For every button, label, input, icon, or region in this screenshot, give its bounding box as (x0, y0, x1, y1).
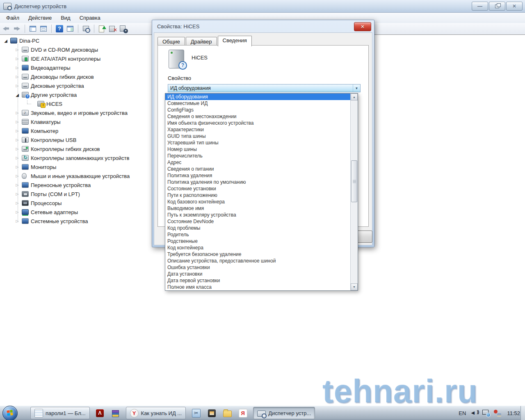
menu-item[interactable]: Файл (2, 13, 24, 23)
tree-item[interactable]: Системные устройства (0, 217, 152, 226)
update-driver-icon[interactable] (98, 24, 107, 33)
tree-item[interactable]: Контроллеры USB (0, 135, 152, 144)
tree-item[interactable]: Клавиатуры (0, 117, 152, 126)
tree-item[interactable]: Переносные устройства (0, 180, 152, 189)
tree-twisty-icon[interactable] (15, 48, 20, 52)
start-button[interactable] (2, 406, 18, 420)
taskbar-button[interactable] (95, 407, 105, 419)
tree-twisty-icon[interactable] (15, 57, 20, 61)
dropdown-option[interactable]: Пути к расположению (165, 192, 351, 199)
tree-item[interactable]: Контроллеры запоминающих устройств (0, 153, 152, 162)
taskbar-button[interactable]: Как узнать ИД ... (126, 407, 186, 419)
tree-twisty-icon[interactable] (15, 201, 20, 205)
minimize-button[interactable]: — (472, 2, 488, 11)
dropdown-option[interactable]: Состояние установки (165, 185, 351, 192)
dropdown-option[interactable]: Дата установки (165, 271, 351, 277)
dropdown-option[interactable]: Требуется безопасное удаление (165, 251, 351, 258)
dropdown-option[interactable]: Дата первой установки (165, 277, 351, 284)
tree-item[interactable]: Другие устройства (0, 90, 152, 99)
tree-twisty-icon[interactable] (15, 66, 20, 70)
action-pane-icon[interactable] (66, 24, 75, 33)
dropdown-option[interactable]: Адрес (165, 159, 351, 166)
taskbar-button[interactable] (222, 407, 233, 419)
dropdown-option[interactable]: GUID типа шины (165, 133, 351, 139)
dropdown-option[interactable]: Политика удаления по умолчанию (165, 179, 351, 185)
disable-device-icon[interactable] (119, 24, 128, 33)
dropdown-option[interactable]: Номер шины (165, 146, 351, 153)
tab[interactable]: Драйвер (186, 37, 217, 46)
dropdown-option[interactable]: Описание устройства, предоставленное шин… (165, 258, 351, 264)
tree-item[interactable]: Мониторы (0, 162, 152, 171)
toolbar-separator[interactable] (94, 25, 94, 33)
scroll-up-icon[interactable]: ▲ (351, 94, 358, 100)
dropdown-option[interactable]: Сведения о питании (165, 166, 351, 172)
tree-twisty-icon[interactable] (15, 192, 20, 196)
tree-twisty-icon[interactable] (15, 93, 20, 97)
tree-item[interactable]: IDE ATA/ATAPI контроллеры (0, 54, 152, 63)
dropdown-option[interactable]: Ошибка установки (165, 264, 351, 271)
scrollbar-thumb[interactable] (351, 160, 357, 202)
tree-twisty-icon[interactable] (15, 120, 20, 124)
taskbar-button[interactable] (110, 407, 121, 419)
help-icon[interactable] (55, 24, 64, 33)
tree-twisty-icon[interactable] (15, 138, 20, 142)
forward-icon[interactable] (12, 24, 21, 33)
language-indicator[interactable]: EN (459, 410, 466, 416)
dropdown-option[interactable]: Полное имя класса (165, 284, 351, 290)
dropdown-option[interactable]: Перечислитель (165, 153, 351, 159)
tree-item[interactable]: Звуковые, видео и игровые устройства (0, 108, 152, 117)
tree-twisty-icon[interactable] (15, 174, 20, 178)
clock[interactable]: 11:52 (507, 410, 520, 416)
tree-item[interactable]: Процессоры (0, 199, 152, 208)
tree-twisty-icon[interactable] (3, 39, 8, 43)
menu-item[interactable]: Действие (24, 13, 56, 23)
tree-item[interactable]: HiCES (0, 99, 152, 108)
tab[interactable]: Сведения (218, 36, 252, 46)
dropdown-option[interactable]: Путь к экземпляру устройства (165, 212, 351, 218)
dropdown-option[interactable]: Политика удаления (165, 172, 351, 179)
toolbar-separator[interactable] (78, 25, 78, 33)
taskbar-button[interactable] (237, 407, 248, 419)
network-icon[interactable] (482, 409, 491, 418)
tree-twisty-icon[interactable] (15, 210, 20, 214)
menu-item[interactable]: Вид (56, 13, 75, 23)
dropdown-option[interactable]: ConfigFlags (165, 107, 351, 113)
dropdown-option[interactable]: Характеристики (165, 126, 351, 133)
tree-item[interactable]: Дисковые устройства (0, 81, 152, 90)
tree-item[interactable]: Контроллеры гибких дисков (0, 144, 152, 153)
tree-twisty-icon[interactable] (15, 165, 20, 169)
menu-item[interactable]: Справка (75, 13, 105, 23)
dropdown-option[interactable]: Выводимое имя (165, 205, 351, 212)
tree-twisty-icon[interactable] (15, 219, 20, 223)
chevron-down-icon[interactable]: ▼ (353, 84, 360, 92)
tree-twisty-icon[interactable] (15, 75, 20, 79)
taskbar-button[interactable] (191, 407, 201, 419)
dropdown-option[interactable]: Код базового контейнера (165, 199, 351, 205)
volume-icon[interactable] (470, 409, 479, 418)
tree-item[interactable]: Компьютер (0, 126, 152, 135)
tree-item[interactable]: Видеоадаптеры (0, 63, 152, 72)
dropdown-option[interactable]: Состояние DevNode (165, 218, 351, 225)
taskbar-button[interactable] (206, 407, 217, 419)
taskbar-button[interactable]: пароли1 — Бл... (30, 407, 90, 419)
tree-twisty-icon[interactable] (15, 111, 20, 115)
scan-hardware-changes-icon[interactable] (82, 24, 91, 33)
dropdown-scrollbar[interactable]: ▲ ▼ (350, 94, 358, 290)
tree-item[interactable]: Dina-PC (0, 36, 152, 45)
tree-item[interactable]: Мыши и иные указывающие устройства (0, 171, 152, 180)
tree-twisty-icon[interactable] (15, 84, 20, 88)
show-console-tree-icon[interactable] (28, 24, 37, 33)
back-icon[interactable] (2, 24, 11, 33)
tray-app-icon[interactable] (493, 409, 502, 418)
dropdown-option[interactable]: ИД оборудования (165, 94, 351, 100)
dialog-close-button[interactable]: ✕ (354, 22, 371, 31)
toolbar-separator[interactable] (51, 25, 52, 33)
dropdown-option[interactable]: Устаревший тип шины (165, 139, 351, 146)
scroll-down-icon[interactable]: ▼ (351, 283, 358, 290)
dropdown-option[interactable]: Родственные (165, 238, 351, 244)
tree-item[interactable]: Дисководы гибких дисков (0, 72, 152, 81)
toolbar-separator[interactable] (25, 25, 25, 33)
restore-button[interactable] (489, 2, 505, 11)
tab[interactable]: Общие (158, 37, 185, 46)
close-button[interactable]: ✕ (506, 2, 523, 11)
